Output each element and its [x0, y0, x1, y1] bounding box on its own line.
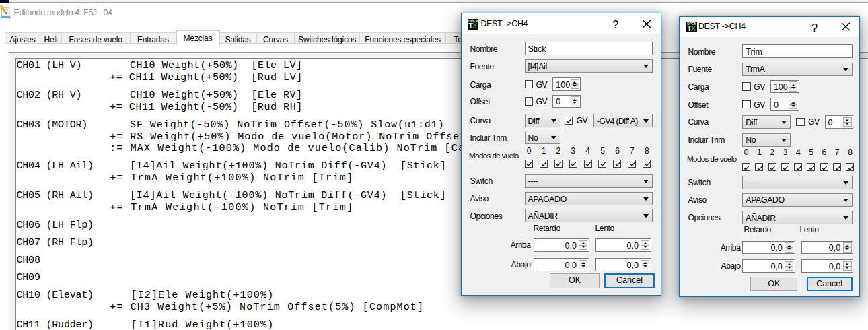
svg-text:X: X: [690, 24, 696, 32]
svg-text:X: X: [472, 22, 478, 30]
